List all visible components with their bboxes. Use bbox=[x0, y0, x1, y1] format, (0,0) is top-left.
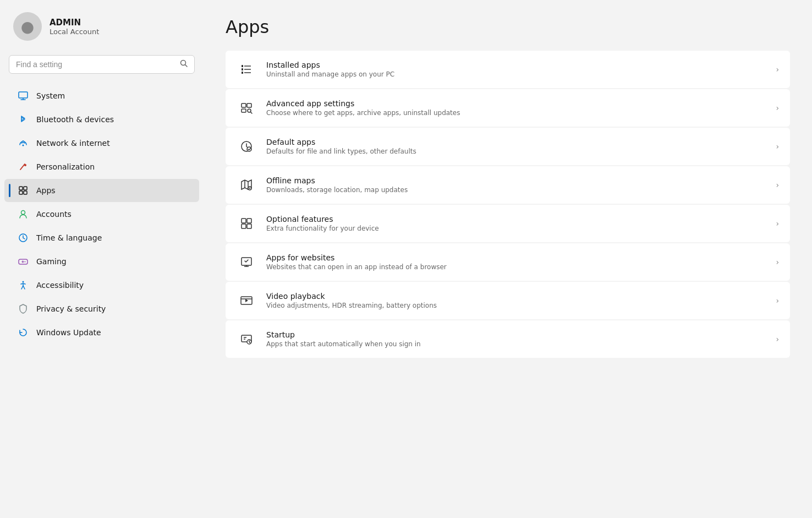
avatar-icon: ● bbox=[21, 18, 34, 36]
svg-rect-37 bbox=[247, 219, 251, 223]
active-indicator bbox=[9, 184, 10, 197]
accessibility-icon bbox=[18, 280, 29, 291]
sidebar-item-label-accounts: Accounts bbox=[36, 210, 72, 219]
sidebar: ● ADMIN Local Account System bbox=[0, 0, 204, 518]
svg-rect-10 bbox=[24, 191, 27, 194]
user-info: ADMIN Local Account bbox=[50, 18, 99, 36]
settings-item-offline-maps[interactable]: Offline maps Downloads, storage location… bbox=[226, 166, 790, 204]
sidebar-item-privacy[interactable]: Privacy & security bbox=[4, 297, 199, 320]
default-apps-text: Default apps Defaults for file and link … bbox=[266, 138, 766, 155]
optional-features-text: Optional features Extra functionality fo… bbox=[266, 215, 766, 232]
bluetooth-icon bbox=[18, 114, 29, 125]
installed-apps-desc: Uninstall and manage apps on your PC bbox=[266, 70, 766, 78]
svg-rect-23 bbox=[242, 72, 243, 74]
network-icon bbox=[18, 138, 29, 149]
optional-features-desc: Extra functionality for your device bbox=[266, 225, 766, 232]
svg-rect-2 bbox=[19, 92, 28, 98]
installed-apps-text: Installed apps Uninstall and manage apps… bbox=[266, 61, 766, 78]
sidebar-item-label-apps: Apps bbox=[36, 186, 56, 195]
svg-rect-25 bbox=[247, 103, 251, 107]
sidebar-item-accessibility[interactable]: Accessibility bbox=[4, 274, 199, 297]
svg-point-16 bbox=[25, 261, 26, 263]
avatar: ● bbox=[13, 12, 42, 41]
sidebar-item-label-gaming: Gaming bbox=[36, 257, 67, 266]
sidebar-item-label-time: Time & language bbox=[36, 233, 102, 242]
system-icon bbox=[18, 90, 29, 101]
sidebar-item-system[interactable]: System bbox=[4, 84, 199, 107]
video-playback-icon bbox=[237, 291, 256, 310]
svg-rect-8 bbox=[24, 187, 27, 190]
sidebar-item-apps[interactable]: Apps bbox=[4, 179, 199, 202]
settings-item-optional-features[interactable]: Optional features Extra functionality fo… bbox=[226, 205, 790, 242]
sidebar-item-label-network: Network & internet bbox=[36, 139, 110, 148]
svg-rect-9 bbox=[19, 191, 23, 194]
time-icon bbox=[18, 232, 29, 243]
chevron-right-icon: › bbox=[776, 65, 779, 74]
offline-maps-text: Offline maps Downloads, storage location… bbox=[266, 176, 766, 194]
sidebar-item-accounts[interactable]: Accounts bbox=[4, 203, 199, 226]
installed-apps-icon bbox=[237, 59, 256, 79]
svg-line-1 bbox=[185, 65, 188, 67]
optional-features-title: Optional features bbox=[266, 215, 766, 223]
svg-rect-24 bbox=[242, 103, 246, 107]
video-playback-desc: Video adjustments, HDR streaming, batter… bbox=[266, 302, 766, 309]
sidebar-item-bluetooth[interactable]: Bluetooth & devices bbox=[4, 108, 199, 131]
apps-icon bbox=[18, 185, 29, 196]
sidebar-item-time[interactable]: Time & language bbox=[4, 226, 199, 249]
chevron-right-icon: › bbox=[776, 296, 779, 305]
chevron-right-icon: › bbox=[776, 335, 779, 343]
svg-rect-22 bbox=[242, 68, 243, 70]
chevron-right-icon: › bbox=[776, 103, 779, 112]
sidebar-item-label-accessibility: Accessibility bbox=[36, 281, 84, 290]
offline-maps-desc: Downloads, storage location, map updates bbox=[266, 186, 766, 194]
startup-desc: Apps that start automatically when you s… bbox=[266, 340, 766, 348]
svg-point-17 bbox=[23, 281, 24, 283]
sidebar-item-gaming[interactable]: Gaming bbox=[4, 250, 199, 273]
settings-item-installed-apps[interactable]: Installed apps Uninstall and manage apps… bbox=[226, 51, 790, 88]
accounts-icon bbox=[18, 209, 29, 220]
svg-line-28 bbox=[251, 112, 253, 114]
sidebar-item-network[interactable]: Network & internet bbox=[4, 132, 199, 155]
sidebar-item-label-bluetooth: Bluetooth & devices bbox=[36, 115, 114, 124]
startup-title: Startup bbox=[266, 330, 766, 339]
advanced-app-settings-title: Advanced app settings bbox=[266, 99, 766, 108]
default-apps-title: Default apps bbox=[266, 138, 766, 146]
svg-rect-36 bbox=[242, 219, 246, 223]
sidebar-item-label-system: System bbox=[36, 91, 65, 100]
video-playback-text: Video playback Video adjustments, HDR st… bbox=[266, 292, 766, 309]
search-box[interactable] bbox=[9, 55, 195, 74]
apps-for-websites-text: Apps for websites Websites that can open… bbox=[266, 253, 766, 271]
svg-point-5 bbox=[23, 145, 24, 146]
svg-rect-7 bbox=[19, 187, 23, 190]
update-icon bbox=[18, 327, 29, 338]
svg-point-6 bbox=[24, 164, 26, 166]
settings-item-video-playback[interactable]: Video playback Video adjustments, HDR st… bbox=[226, 282, 790, 319]
user-type: Local Account bbox=[50, 28, 99, 36]
chevron-right-icon: › bbox=[776, 142, 779, 151]
gaming-icon bbox=[18, 256, 29, 267]
chevron-right-icon: › bbox=[776, 258, 779, 266]
optional-features-icon bbox=[237, 214, 256, 233]
sidebar-item-update[interactable]: Windows Update bbox=[4, 321, 199, 344]
search-input[interactable] bbox=[16, 60, 175, 69]
apps-for-websites-title: Apps for websites bbox=[266, 253, 766, 262]
startup-text: Startup Apps that start automatically wh… bbox=[266, 330, 766, 348]
sidebar-item-label-privacy: Privacy & security bbox=[36, 304, 106, 313]
startup-icon bbox=[237, 329, 256, 349]
settings-item-apps-websites[interactable]: Apps for websites Websites that can open… bbox=[226, 243, 790, 281]
apps-for-websites-desc: Websites that can open in an app instead… bbox=[266, 263, 766, 271]
user-name: ADMIN bbox=[50, 18, 99, 28]
apps-for-websites-icon bbox=[237, 252, 256, 272]
settings-item-default-apps[interactable]: Default apps Defaults for file and link … bbox=[226, 128, 790, 165]
settings-item-advanced-apps[interactable]: Advanced app settings Choose where to ge… bbox=[226, 89, 790, 127]
sidebar-item-label-personalization: Personalization bbox=[36, 162, 95, 171]
user-profile: ● ADMIN Local Account bbox=[0, 0, 204, 51]
settings-item-startup[interactable]: Startup Apps that start automatically wh… bbox=[226, 320, 790, 358]
privacy-icon bbox=[18, 303, 29, 314]
settings-list: Installed apps Uninstall and manage apps… bbox=[226, 51, 790, 358]
search-icon bbox=[180, 59, 188, 69]
svg-rect-39 bbox=[247, 224, 251, 228]
advanced-app-settings-icon bbox=[237, 98, 256, 118]
page-title: Apps bbox=[226, 17, 790, 37]
sidebar-item-personalization[interactable]: Personalization bbox=[4, 155, 199, 178]
